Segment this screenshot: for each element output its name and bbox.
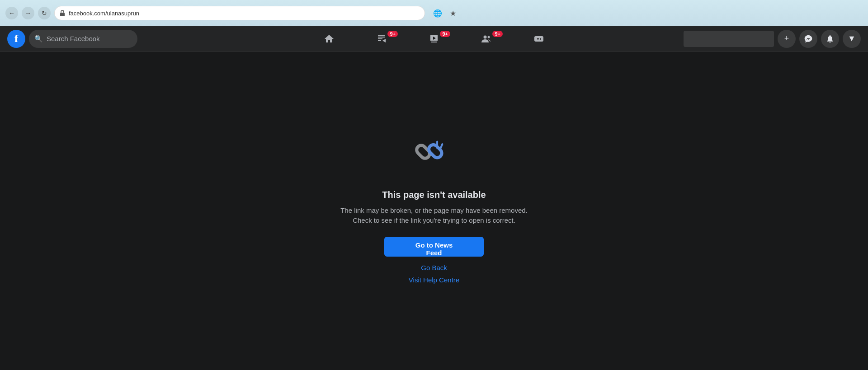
back-button[interactable]: ← xyxy=(5,7,18,19)
nav-item-pages[interactable]: 9+ xyxy=(356,28,407,50)
broken-link-icon xyxy=(411,134,457,179)
svg-point-4 xyxy=(540,38,541,39)
nav-item-watch[interactable]: 9+ xyxy=(409,28,459,50)
notifications-button[interactable] xyxy=(821,30,839,48)
gaming-icon xyxy=(533,33,544,44)
pages-icon xyxy=(376,33,387,44)
groups-badge: 9+ xyxy=(492,31,503,37)
nav-item-gaming[interactable] xyxy=(514,28,564,50)
url-text: facebook.com/ulanasuprun xyxy=(69,10,139,17)
pages-badge: 9+ xyxy=(387,31,398,37)
go-to-news-feed-button[interactable]: Go to News Feed xyxy=(384,237,484,257)
svg-point-1 xyxy=(484,35,487,38)
address-bar[interactable]: facebook.com/ulanasuprun xyxy=(54,6,425,20)
search-icon: 🔍 xyxy=(34,35,43,43)
visit-help-link[interactable]: Visit Help Centre xyxy=(409,276,459,284)
error-container: This page isn't available The link may b… xyxy=(321,116,547,306)
account-button[interactable]: ▼ xyxy=(843,30,861,48)
messenger-button[interactable] xyxy=(799,30,817,48)
browser-actions: 🌐 ★ xyxy=(431,7,459,19)
svg-line-9 xyxy=(439,144,443,149)
error-description: The link may be broken, or the page may … xyxy=(330,206,538,226)
svg-point-2 xyxy=(488,36,490,38)
bell-icon xyxy=(826,34,835,43)
search-placeholder: Search Facebook xyxy=(47,35,100,42)
browser-chrome: ← → ↻ facebook.com/ulanasuprun 🌐 ★ xyxy=(0,0,868,26)
groups-icon xyxy=(481,33,492,44)
center-nav: 9+ 9+ 9+ xyxy=(304,26,564,52)
bookmark-icon[interactable]: ★ xyxy=(447,7,459,19)
reload-button[interactable]: ↻ xyxy=(38,7,51,19)
go-back-link[interactable]: Go Back xyxy=(421,264,447,272)
right-nav: + ▼ xyxy=(684,30,861,48)
facebook-navbar: f 🔍 Search Facebook 9+ 9+ xyxy=(0,26,868,52)
facebook-logo[interactable]: f xyxy=(7,30,25,48)
messenger-icon xyxy=(804,34,813,43)
svg-point-5 xyxy=(540,39,541,40)
translate-icon[interactable]: 🌐 xyxy=(431,7,444,19)
forward-button[interactable]: → xyxy=(22,7,34,19)
error-title: This page isn't available xyxy=(382,190,486,200)
search-bar[interactable]: 🔍 Search Facebook xyxy=(29,30,137,48)
nav-item-groups[interactable]: 9+ xyxy=(461,28,512,50)
main-content: This page isn't available The link may b… xyxy=(0,52,868,370)
create-button[interactable]: + xyxy=(778,30,796,48)
home-icon xyxy=(324,33,335,44)
watch-icon xyxy=(429,33,439,44)
nav-item-home[interactable] xyxy=(304,28,354,50)
svg-rect-0 xyxy=(60,13,65,16)
lock-icon xyxy=(60,10,65,16)
right-search-bar xyxy=(684,31,774,47)
watch-badge: 9+ xyxy=(440,31,450,37)
